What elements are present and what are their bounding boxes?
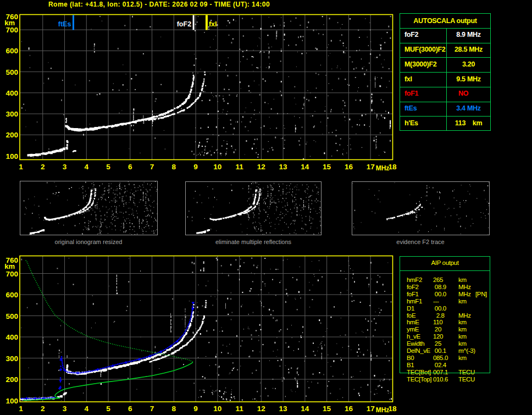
svg-text:400: 400: [5, 89, 18, 97]
aip-value-b1: 02.4: [433, 362, 446, 368]
aip-param-foe: foE: [407, 312, 415, 319]
aip-value-tecbot: 007.1: [433, 369, 448, 375]
svg-text:11: 11: [235, 163, 243, 171]
svg-text:11: 11: [235, 405, 243, 413]
autoscala-row-divider: [400, 116, 491, 117]
aip-param-fof2: foF2: [407, 284, 419, 290]
mini-panel-caption-2: evidence F2 trace: [330, 239, 512, 245]
aip-value-fof2: 08.9: [433, 284, 446, 290]
autoscala-value-hes: 113 km: [446, 119, 491, 127]
svg-text:8: 8: [172, 163, 176, 171]
mini-panel-0: [20, 181, 158, 235]
aip-unit-tectop: TECU: [458, 376, 475, 383]
aip-param-tectop: TEC[Top]: [407, 376, 431, 383]
autoscala-row-divider: [400, 57, 491, 58]
svg-text:700: 700: [5, 26, 18, 34]
svg-text:500: 500: [5, 68, 18, 76]
svg-text:13: 13: [279, 163, 288, 171]
svg-text:600: 600: [5, 291, 18, 299]
mini-panel-caption-0: original ionogram resized: [0, 239, 180, 245]
svg-text:4: 4: [85, 163, 89, 171]
autoscala-param-hes: h'Es: [404, 119, 418, 127]
aip-value-ewidth: 25: [433, 340, 441, 347]
svg-text:18: 18: [388, 405, 397, 413]
autoscala-row-divider: [400, 87, 491, 87]
autoscala-row-divider: [400, 43, 491, 43]
svg-text:foF2: foF2: [177, 20, 191, 28]
aip-unit-b0: km: [458, 355, 467, 361]
svg-text:16: 16: [345, 405, 353, 413]
svg-text:6: 6: [128, 405, 132, 413]
svg-text:200: 200: [5, 375, 18, 384]
autoscala-row-divider: [400, 28, 491, 29]
svg-text:600: 600: [5, 47, 18, 55]
svg-text:14: 14: [301, 405, 309, 413]
svg-text:300: 300: [5, 355, 18, 363]
aip-unit-hve: km: [458, 333, 467, 340]
aip-value-hmf2: 265: [433, 276, 443, 283]
svg-text:9: 9: [193, 163, 198, 171]
svg-text:17: 17: [367, 405, 375, 413]
aip-param-hme: hmE: [407, 319, 419, 325]
aip-param-fof1: foF1: [407, 291, 419, 297]
svg-text:500: 500: [5, 312, 18, 320]
aip-param-hmf2: hmF2: [407, 276, 422, 283]
svg-text:5: 5: [106, 405, 110, 413]
svg-text:15: 15: [323, 163, 331, 171]
aip-unit-tecbot: TECU: [458, 369, 475, 375]
svg-text:18: 18: [388, 163, 397, 171]
aip-unit-hmf2: km: [458, 276, 467, 283]
svg-text:10: 10: [213, 163, 221, 171]
svg-text:13: 13: [279, 405, 288, 413]
aip-unit-fof1: MHz: [458, 291, 471, 297]
aip-value-hve: 120: [433, 333, 443, 340]
mini-panel-2: [352, 181, 490, 235]
page-title: Rome (lat: +41.8, lon: 012.5) - DATE: 20…: [48, 1, 270, 8]
svg-text:100: 100: [5, 152, 18, 161]
aip-param-hmf1: hmF1: [407, 298, 422, 305]
autoscala-screen: Rome (lat: +41.8, lon: 012.5) - DATE: 20…: [0, 0, 532, 415]
autoscala-value-fof1: NO: [446, 90, 491, 97]
aip-param-delnve: DelN_vE: [407, 347, 430, 354]
aip-header-divider: [400, 270, 490, 271]
mini-panel-plot-2: [352, 182, 489, 235]
aip-note-fof1: [PN]: [475, 291, 487, 297]
svg-text:12: 12: [257, 405, 265, 413]
aip-unit-ewidth: km: [458, 340, 467, 347]
autoscala-param-fof1: foF1: [404, 90, 418, 97]
autoscala-row-divider: [400, 72, 491, 73]
mini-panel-plot-0: [20, 181, 157, 235]
autoscala-value-fxi: 9.5 MHz: [446, 75, 491, 83]
svg-text:1: 1: [19, 405, 23, 413]
aip-value-yme: 20: [433, 326, 441, 333]
svg-text:MHz: MHz: [376, 164, 390, 172]
svg-text:3: 3: [63, 163, 67, 171]
aip-value-hme: 110: [433, 319, 442, 325]
aip-value-d1: 00.0: [433, 305, 446, 312]
svg-text:200: 200: [5, 131, 18, 139]
svg-text:300: 300: [5, 110, 18, 118]
autoscala-param-fof2: foF2: [404, 31, 418, 38]
svg-text:8: 8: [172, 405, 176, 413]
aip-param-b0: B0: [407, 355, 414, 361]
svg-text:15: 15: [323, 405, 331, 413]
aip-unit-yme: km: [458, 326, 467, 333]
svg-text:17: 17: [367, 163, 375, 171]
svg-text:400: 400: [5, 333, 18, 341]
autoscala-param-muf3000f2: MUF(3000)F2: [404, 46, 446, 53]
svg-text:6: 6: [128, 163, 132, 171]
aip-panel-title: AIP output: [400, 259, 490, 266]
svg-text:MHz: MHz: [376, 406, 390, 414]
mini-panel-plot-1: [186, 182, 321, 235]
aip-param-d1: D1: [407, 305, 414, 312]
aip-value-foe: 2.8: [433, 312, 445, 319]
aip-param-yme: ymE: [407, 326, 419, 333]
svg-text:10: 10: [213, 405, 221, 413]
autoscala-value-fof2: 8.9 MHz: [446, 31, 491, 38]
svg-text:ftEs: ftEs: [58, 20, 71, 28]
svg-text:7: 7: [150, 163, 154, 171]
svg-text:fxI: fxI: [209, 20, 217, 28]
autoscala-value-muf3000f2: 28.5 MHz: [446, 46, 491, 53]
aip-value-delnve: 00.1: [433, 347, 446, 354]
mini-panel-1: [185, 181, 322, 235]
